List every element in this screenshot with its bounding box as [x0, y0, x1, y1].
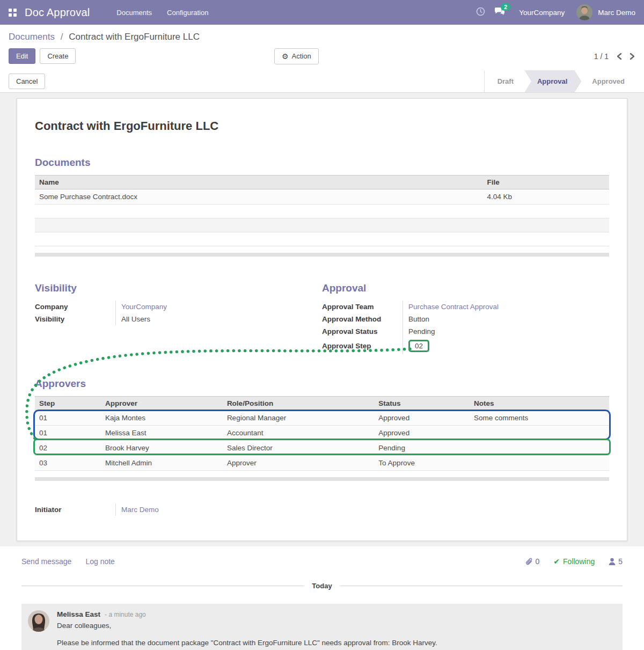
approvers-table: Step Approver Role/Position Status Notes…	[35, 396, 609, 471]
col-header-status[interactable]: Status	[374, 397, 470, 411]
col-header-notes[interactable]: Notes	[470, 397, 609, 411]
attachments-button[interactable]: 0	[525, 557, 540, 566]
field-value-approval-team[interactable]: Purchase Contract Approval	[408, 303, 499, 311]
message-timestamp: - a minute ago	[105, 611, 146, 618]
person-icon	[609, 558, 616, 565]
edit-button[interactable]: Edit	[9, 48, 35, 64]
chatter: Send message Log note 0 ✔ Following 5 To…	[0, 546, 644, 650]
message-author[interactable]: Melissa East	[57, 610, 100, 618]
messages-icon[interactable]: 2	[490, 7, 509, 18]
field-label-initiator: Initiator	[35, 503, 115, 516]
field-value-approval-method: Button	[402, 313, 609, 325]
log-note-button[interactable]: Log note	[85, 557, 115, 566]
status-approved[interactable]: Approved	[581, 70, 635, 93]
table-scroll-strip	[35, 477, 609, 481]
approval-section-heading: Approval	[322, 282, 609, 294]
record-title: Contract with ErgoFurniture LLC	[35, 119, 609, 133]
pager-value: 1 / 1	[594, 52, 609, 61]
pager-previous-icon[interactable]	[616, 53, 622, 60]
paperclip-icon	[525, 558, 533, 566]
followers-button[interactable]: 5	[609, 557, 623, 566]
top-navbar: Doc Approval Documents Configuration 2 Y…	[0, 0, 644, 25]
pager-next-icon[interactable]	[630, 53, 635, 60]
date-divider: Today	[21, 582, 623, 590]
breadcrumb: Documents / Contract with ErgoFurniture …	[0, 25, 644, 45]
following-button[interactable]: ✔ Following	[553, 557, 595, 566]
documents-table: Name File Some Purchase Contract.docx 4.…	[35, 175, 609, 246]
status-approval[interactable]: Approval	[524, 70, 581, 93]
activities-clock-icon[interactable]	[471, 7, 490, 18]
field-label-approval-status: Approval Status	[322, 325, 402, 338]
visibility-section-heading: Visibility	[35, 282, 322, 294]
empty-row	[35, 218, 609, 232]
document-row[interactable]: Some Purchase Contract.docx 4.04 Kb	[35, 189, 609, 205]
approval-group: Approval Approval Team Purchase Contract…	[322, 282, 609, 354]
menu-documents[interactable]: Documents	[116, 9, 152, 17]
send-message-button[interactable]: Send message	[21, 557, 71, 566]
field-label-company: Company	[35, 301, 115, 313]
empty-row	[35, 205, 609, 218]
visibility-group: Visibility Company YourCompany Visibilit…	[35, 282, 322, 354]
company-switcher[interactable]: YourCompany	[519, 9, 565, 17]
field-value-approval-status: Pending	[402, 325, 609, 338]
action-button[interactable]: ⚙ Action	[274, 48, 319, 64]
field-value-company[interactable]: YourCompany	[121, 303, 167, 311]
approvers-section-heading: Approvers	[35, 378, 609, 390]
col-header-file[interactable]: File	[483, 176, 609, 189]
statusbar: Draft Approval Approved	[484, 70, 635, 92]
field-label-approval-team: Approval Team	[322, 301, 402, 313]
col-header-name[interactable]: Name	[35, 176, 483, 189]
gear-icon: ⚙	[282, 52, 289, 61]
sheet-background: Contract with ErgoFurniture LLC Document…	[0, 93, 644, 546]
field-label-approval-step: Approval Step	[322, 338, 402, 354]
approver-row[interactable]: 01 Kaja Montes Regional Manager Approved…	[35, 411, 609, 426]
field-value-initiator[interactable]: Marc Demo	[121, 506, 159, 514]
cancel-button[interactable]: Cancel	[9, 74, 45, 89]
messages-badge: 2	[501, 3, 510, 11]
check-icon: ✔	[553, 557, 560, 566]
approver-row[interactable]: 03 Mitchell Admin Approver To Approve	[35, 456, 609, 471]
message-avatar[interactable]	[28, 610, 49, 632]
status-draft[interactable]: Draft	[487, 70, 524, 93]
approver-row[interactable]: 01 Melissa East Accountant Approved	[35, 426, 609, 441]
field-value-visibility: All Users	[115, 313, 322, 325]
col-header-role[interactable]: Role/Position	[223, 397, 374, 411]
col-header-step[interactable]: Step	[35, 397, 101, 411]
table-scroll-strip	[35, 253, 609, 257]
col-header-approver[interactable]: Approver	[101, 397, 223, 411]
status-bar: Cancel Draft Approval Approved	[0, 70, 644, 93]
breadcrumb-documents[interactable]: Documents	[9, 32, 55, 42]
form-sheet: Contract with ErgoFurniture LLC Document…	[17, 98, 627, 541]
approval-step-highlight: 02	[408, 340, 429, 352]
user-menu[interactable]: Marc Demo	[598, 9, 635, 17]
approver-row[interactable]: 02 Brook Harvey Sales Director Pending	[35, 441, 609, 456]
field-label-visibility: Visibility	[35, 313, 115, 325]
control-panel: Edit Create ⚙ Action 1 / 1	[0, 45, 644, 70]
documents-section-heading: Documents	[35, 157, 609, 169]
empty-row	[35, 232, 609, 246]
app-title: Doc Approval	[25, 6, 90, 19]
message-text: Please be informed that the document pac…	[57, 639, 437, 647]
menu-configuration[interactable]: Configuration	[167, 9, 208, 17]
create-button[interactable]: Create	[40, 48, 76, 64]
message-melissa-east: Melissa East - a minute ago Dear colleag…	[21, 604, 623, 650]
message-text: Dear colleagues,	[57, 622, 437, 630]
user-avatar[interactable]	[576, 4, 592, 20]
breadcrumb-current: Contract with ErgoFurniture LLC	[69, 32, 200, 42]
field-label-approval-method: Approval Method	[322, 313, 402, 325]
apps-grid-icon[interactable]	[9, 9, 17, 17]
